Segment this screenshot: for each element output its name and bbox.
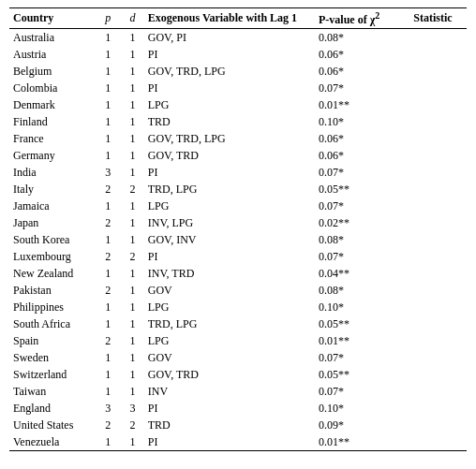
cell-p: 1 [95, 96, 121, 113]
col-header-stat: Statistic [409, 8, 467, 29]
cell-exog: GOV, INV [144, 231, 315, 248]
cell-d: 1 [121, 164, 143, 181]
col-header-d: d [121, 8, 143, 29]
cell-exog: PI [144, 164, 315, 181]
cell-pval: 0.02** [315, 214, 409, 231]
table-row: South Korea11GOV, INV0.08* [9, 231, 467, 248]
cell-stat [409, 113, 467, 130]
cell-country: Japan [9, 214, 95, 231]
cell-pval: 0.01** [315, 332, 409, 349]
cell-country: England [9, 400, 95, 417]
cell-exog: PI [144, 400, 315, 417]
cell-stat [409, 265, 467, 282]
cell-pval: 0.10* [315, 299, 409, 315]
table-row: Philippines11LPG0.10* [9, 299, 467, 315]
cell-p: 1 [95, 63, 121, 80]
cell-d: 1 [121, 366, 143, 383]
cell-stat [409, 248, 467, 265]
cell-country: South Korea [9, 231, 95, 248]
cell-stat [409, 130, 467, 147]
cell-p: 1 [95, 113, 121, 130]
cell-country: Austria [9, 46, 95, 63]
cell-p: 1 [95, 366, 121, 383]
cell-pval: 0.07* [315, 164, 409, 181]
cell-pval: 0.07* [315, 198, 409, 214]
cell-d: 1 [121, 231, 143, 248]
cell-d: 1 [121, 96, 143, 113]
cell-country: Finland [9, 113, 95, 130]
table-row: United States22TRD0.09* [9, 417, 467, 433]
cell-stat [409, 299, 467, 315]
cell-country: Philippines [9, 299, 95, 315]
table-row: Spain21LPG0.01** [9, 332, 467, 349]
table-row: Switzerland11GOV, TRD0.05** [9, 366, 467, 383]
cell-p: 2 [95, 417, 121, 433]
cell-d: 1 [121, 383, 143, 400]
cell-stat [409, 349, 467, 366]
cell-p: 1 [95, 315, 121, 332]
table-row: Colombia11PI0.07* [9, 80, 467, 96]
cell-pval: 0.05** [315, 315, 409, 332]
cell-pval: 0.05** [315, 181, 409, 198]
cell-exog: LPG [144, 198, 315, 214]
cell-stat [409, 417, 467, 433]
cell-exog: GOV, TRD, LPG [144, 130, 315, 147]
cell-pval: 0.01** [315, 433, 409, 451]
cell-country: Sweden [9, 349, 95, 366]
table-row: Pakistan21GOV0.08* [9, 282, 467, 299]
cell-stat [409, 63, 467, 80]
cell-stat [409, 181, 467, 198]
table-row: Italy22TRD, LPG0.05** [9, 181, 467, 198]
cell-stat [409, 332, 467, 349]
cell-d: 2 [121, 181, 143, 198]
cell-stat [409, 231, 467, 248]
cell-pval: 0.06* [315, 147, 409, 164]
table-row: Australia11GOV, PI0.08* [9, 29, 467, 47]
cell-d: 1 [121, 46, 143, 63]
cell-country: Belgium [9, 63, 95, 80]
cell-d: 1 [121, 214, 143, 231]
cell-country: Taiwan [9, 383, 95, 400]
cell-country: South Africa [9, 315, 95, 332]
cell-stat [409, 147, 467, 164]
cell-p: 2 [95, 248, 121, 265]
cell-d: 1 [121, 349, 143, 366]
cell-stat [409, 29, 467, 47]
table-row: Finland11TRD0.10* [9, 113, 467, 130]
cell-country: Luxembourg [9, 248, 95, 265]
table-row: Taiwan11INV0.07* [9, 383, 467, 400]
cell-exog: LPG [144, 96, 315, 113]
cell-exog: GOV, PI [144, 29, 315, 47]
cell-exog: GOV, TRD [144, 366, 315, 383]
cell-pval: 0.01** [315, 96, 409, 113]
table-row: Jamaica11LPG0.07* [9, 198, 467, 214]
cell-stat [409, 96, 467, 113]
cell-pval: 0.05** [315, 366, 409, 383]
cell-p: 3 [95, 164, 121, 181]
cell-pval: 0.04** [315, 265, 409, 282]
cell-d: 1 [121, 265, 143, 282]
cell-country: Italy [9, 181, 95, 198]
cell-d: 1 [121, 198, 143, 214]
table-row: South Africa11TRD, LPG0.05** [9, 315, 467, 332]
cell-pval: 0.07* [315, 248, 409, 265]
cell-d: 1 [121, 299, 143, 315]
cell-stat [409, 433, 467, 451]
cell-exog: PI [144, 248, 315, 265]
cell-d: 1 [121, 282, 143, 299]
cell-stat [409, 282, 467, 299]
cell-exog: PI [144, 80, 315, 96]
cell-country: Denmark [9, 96, 95, 113]
cell-p: 1 [95, 29, 121, 47]
cell-exog: GOV, TRD [144, 147, 315, 164]
cell-d: 1 [121, 113, 143, 130]
table-row: Luxembourg22PI0.07* [9, 248, 467, 265]
table-row: France11GOV, TRD, LPG0.06* [9, 130, 467, 147]
cell-country: France [9, 130, 95, 147]
cell-pval: 0.07* [315, 80, 409, 96]
cell-p: 1 [95, 231, 121, 248]
cell-pval: 0.08* [315, 29, 409, 47]
cell-p: 2 [95, 282, 121, 299]
cell-country: Spain [9, 332, 95, 349]
table-row: New Zealand11INV, TRD0.04** [9, 265, 467, 282]
